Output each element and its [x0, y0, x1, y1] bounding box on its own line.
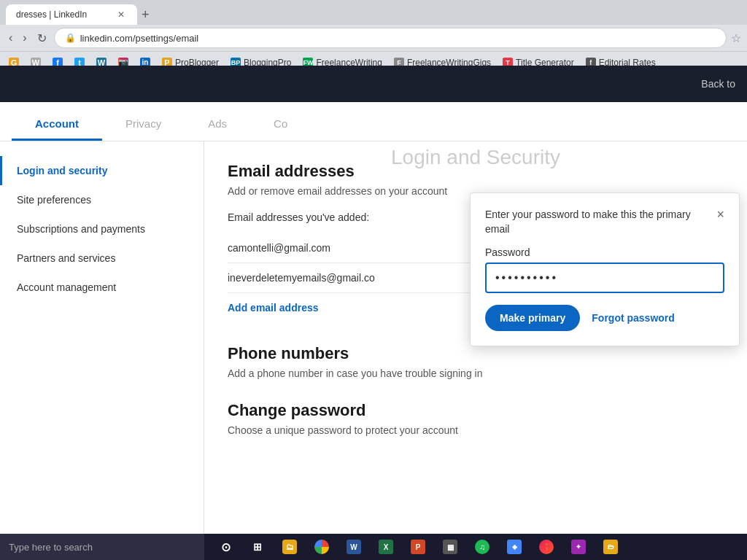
taskbar-chrome-icon[interactable] [306, 534, 337, 560]
sidebar: Login and security Site preferences Subs… [0, 141, 204, 534]
add-email-link[interactable]: Add email address [228, 293, 319, 322]
password-input[interactable] [485, 262, 724, 293]
make-primary-button[interactable]: Make primary [485, 305, 580, 331]
dialog-close-button[interactable]: × [716, 208, 724, 221]
taskbar: Type here to search ⊙ ⊞ 🗂 W X P ▦ ♫ ◈ [0, 534, 747, 560]
security-icon: 🔒 [65, 33, 76, 43]
change-password-desc: Choose a unique password to protect your… [228, 424, 724, 436]
reload-button[interactable]: ↻ [34, 28, 50, 48]
taskbar-word-icon[interactable]: W [338, 534, 369, 560]
tab-account[interactable]: Account [12, 107, 102, 141]
bookmark-star-icon[interactable]: ☆ [731, 31, 741, 45]
dialog-actions: Make primary Forgot password [485, 305, 724, 331]
taskbar-search-icon[interactable]: ⊙ [210, 534, 241, 560]
password-dialog: Enter your password to make this the pri… [470, 192, 740, 346]
taskbar-excel-icon[interactable]: X [371, 534, 401, 560]
change-password-section: Change password Choose a unique password… [228, 401, 724, 436]
taskbar-search-text: Type here to search [9, 542, 93, 553]
taskbar-search[interactable]: Type here to search [0, 534, 204, 560]
taskbar-multitask-icon[interactable]: ⊞ [242, 534, 273, 560]
sidebar-item-login-security[interactable]: Login and security [0, 156, 204, 185]
dialog-header: Enter your password to make this the pri… [485, 208, 724, 236]
main-content: Login and security Site preferences Subs… [0, 141, 747, 534]
tab-close-button[interactable]: ✕ [115, 9, 127, 20]
change-password-title: Change password [228, 401, 724, 420]
tab-ads[interactable]: Ads [185, 107, 250, 141]
tab-navigation: Account Privacy Ads Co [0, 102, 747, 141]
phone-section: Phone numbers Add a phone number in case… [228, 344, 724, 379]
tab-privacy[interactable]: Privacy [102, 107, 185, 141]
browser-tab[interactable]: dresses | LinkedIn ✕ [6, 4, 137, 25]
taskbar-folder-icon[interactable]: 🗁 [595, 534, 626, 560]
dialog-description: Enter your password to make this the pri… [485, 208, 716, 236]
sidebar-item-subscriptions[interactable]: Subscriptions and payments [0, 214, 204, 244]
tab-communications[interactable]: Co [250, 107, 311, 141]
taskbar-spotify-icon[interactable]: ♫ [467, 534, 498, 560]
sidebar-item-account-management[interactable]: Account management [0, 273, 204, 302]
address-bar-row: ‹ › ↻ 🔒 linkedin.com/psettings/email ☆ [0, 25, 747, 51]
taskbar-icons: ⊙ ⊞ 🗂 W X P ▦ ♫ ◈ 📍 ✦ [210, 534, 626, 560]
taskbar-sparkle-icon[interactable]: ✦ [563, 534, 594, 560]
taskbar-pin-icon[interactable]: 📍 [531, 534, 562, 560]
phone-section-title: Phone numbers [228, 344, 724, 363]
new-tab-button[interactable]: + [137, 6, 154, 24]
taskbar-calculator-icon[interactable]: ▦ [435, 534, 465, 560]
address-bar[interactable]: 🔒 linkedin.com/psettings/email [54, 28, 727, 48]
sidebar-item-site-preferences[interactable]: Site preferences [0, 185, 204, 214]
url-text: linkedin.com/psettings/email [80, 33, 716, 44]
linkedin-app: Back to Account Privacy Ads Co Login and… [0, 66, 747, 534]
forward-button[interactable]: › [20, 28, 29, 47]
linkedin-header: Back to [0, 66, 747, 102]
back-button[interactable]: ‹ [6, 28, 15, 47]
forgot-password-button[interactable]: Forgot password [592, 312, 675, 324]
sidebar-item-partners[interactable]: Partners and services [0, 244, 204, 273]
taskbar-powerpoint-icon[interactable]: P [403, 534, 433, 560]
tab-title: dresses | LinkedIn [16, 9, 109, 20]
taskbar-maps-icon[interactable]: ◈ [499, 534, 530, 560]
password-label: Password [485, 246, 724, 258]
email-section-title: Email addresses [228, 162, 724, 181]
taskbar-files-icon[interactable]: 🗂 [274, 534, 305, 560]
phone-section-desc: Add a phone number in case you have trou… [228, 368, 724, 379]
back-to-button[interactable]: Back to [701, 78, 735, 90]
content-area: Login and Security Email addresses Add o… [204, 141, 747, 534]
